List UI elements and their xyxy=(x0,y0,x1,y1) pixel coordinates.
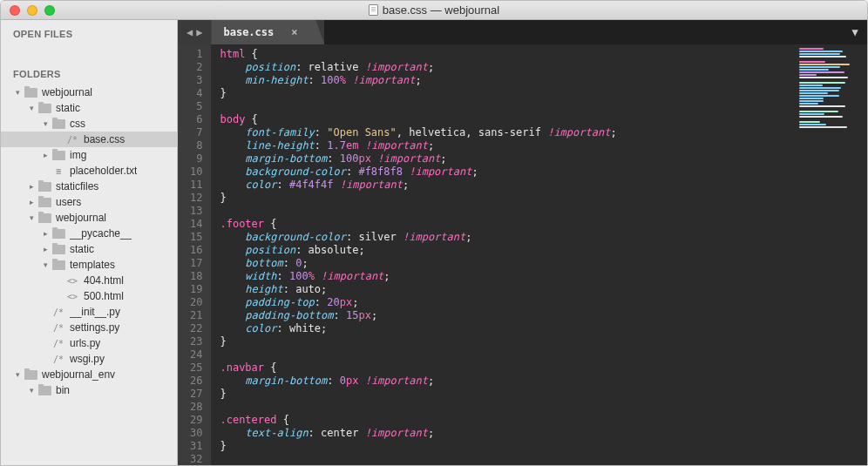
tree-item-users[interactable]: ▸users xyxy=(1,194,177,210)
code-line[interactable]: padding-top: 20px; xyxy=(220,296,796,309)
disclosure-triangle-icon[interactable]: ▸ xyxy=(41,245,50,253)
titlebar[interactable]: base.css — webjournal xyxy=(1,1,867,20)
line-number[interactable]: 25 xyxy=(190,361,202,375)
disclosure-triangle-icon[interactable]: ▾ xyxy=(27,104,36,112)
nav-back-button[interactable]: ◀ xyxy=(186,26,193,38)
code-line[interactable]: color: white; xyxy=(220,322,796,335)
code-line[interactable]: text-align: center !important; xyxy=(220,427,796,440)
disclosure-triangle-icon[interactable]: ▾ xyxy=(41,119,50,128)
line-number[interactable]: 17 xyxy=(190,257,202,270)
line-number[interactable]: 24 xyxy=(190,348,202,361)
disclosure-triangle-icon[interactable]: ▸ xyxy=(41,151,50,159)
tree-item-static[interactable]: ▾static xyxy=(1,100,177,116)
line-number[interactable]: 27 xyxy=(190,388,202,401)
tree-item-css[interactable]: ▾css xyxy=(1,116,177,132)
code-line[interactable]: position: absolute; xyxy=(220,244,796,257)
line-number[interactable]: 6 xyxy=(190,113,202,126)
line-number[interactable]: 13 xyxy=(190,205,202,218)
code-line[interactable]: .centered { xyxy=(220,414,796,427)
line-number[interactable]: 20 xyxy=(190,296,202,309)
disclosure-triangle-icon[interactable]: ▸ xyxy=(27,198,36,206)
line-number[interactable]: 28 xyxy=(190,401,202,414)
code-line[interactable]: width: 100% !important; xyxy=(220,270,796,283)
line-number[interactable]: 8 xyxy=(190,139,202,152)
sidebar[interactable]: OPEN FILES FOLDERS ▾webjournal▾static▾cs… xyxy=(1,20,178,465)
line-number[interactable]: 19 xyxy=(190,283,202,296)
disclosure-triangle-icon[interactable]: ▾ xyxy=(13,88,22,97)
code-line[interactable]: } xyxy=(220,192,796,205)
tree-item-500-html[interactable]: ▸<>500.html xyxy=(1,288,177,304)
code-line[interactable] xyxy=(220,401,796,414)
line-number[interactable]: 5 xyxy=(190,100,202,113)
code-line[interactable]: color: #4f4f4f !important; xyxy=(220,179,796,192)
line-number[interactable]: 29 xyxy=(190,414,202,427)
code-line[interactable]: } xyxy=(220,440,796,453)
line-number[interactable]: 12 xyxy=(190,192,202,205)
minimap[interactable] xyxy=(796,44,867,465)
code-line[interactable]: font-family: "Open Sans", helvetica, san… xyxy=(220,126,796,139)
tree-item-templates[interactable]: ▾templates xyxy=(1,257,177,273)
tree-item-img[interactable]: ▸img xyxy=(1,147,177,163)
tree-item--init-py[interactable]: ▸/*__init__.py xyxy=(1,304,177,320)
line-number[interactable]: 11 xyxy=(190,179,202,192)
line-gutter[interactable]: 1234567891011121314151617181920212223242… xyxy=(178,44,211,465)
line-number[interactable]: 1 xyxy=(190,48,202,61)
disclosure-triangle-icon[interactable]: ▾ xyxy=(41,260,50,269)
disclosure-triangle-icon[interactable]: ▸ xyxy=(27,182,36,191)
code-line[interactable]: min-height: 100% !important; xyxy=(220,74,796,87)
code-line[interactable]: } xyxy=(220,87,796,100)
code-line[interactable]: height: auto; xyxy=(220,283,796,296)
code-line[interactable]: } xyxy=(220,335,796,348)
code-line[interactable]: line-height: 1.7em !important; xyxy=(220,139,796,152)
code-line[interactable] xyxy=(220,205,796,218)
disclosure-triangle-icon[interactable]: ▾ xyxy=(27,213,36,222)
line-number[interactable]: 9 xyxy=(190,152,202,165)
line-number[interactable]: 18 xyxy=(190,270,202,283)
code-line[interactable]: padding-bottom: 15px; xyxy=(220,309,796,322)
tree-item-static[interactable]: ▸static xyxy=(1,241,177,257)
line-number[interactable]: 2 xyxy=(190,61,202,74)
disclosure-triangle-icon[interactable]: ▸ xyxy=(41,229,50,238)
code-line[interactable]: body { xyxy=(220,113,796,126)
code-line[interactable] xyxy=(220,348,796,361)
code-line[interactable]: html { xyxy=(220,48,796,61)
nav-forward-button[interactable]: ▶ xyxy=(196,26,202,38)
tree-item-staticfiles[interactable]: ▸staticfiles xyxy=(1,179,177,194)
tree-item-placeholder-txt[interactable]: ▸≣placeholder.txt xyxy=(1,163,177,179)
tree-item-webjournal[interactable]: ▾webjournal xyxy=(1,210,177,226)
line-number[interactable]: 4 xyxy=(190,87,202,100)
disclosure-triangle-icon[interactable]: ▾ xyxy=(13,370,22,379)
line-number[interactable]: 15 xyxy=(190,231,202,244)
line-number[interactable]: 7 xyxy=(190,126,202,139)
line-number[interactable]: 31 xyxy=(190,440,202,453)
code-line[interactable]: .navbar { xyxy=(220,361,796,375)
code-line[interactable] xyxy=(220,453,796,465)
line-number[interactable]: 22 xyxy=(190,322,202,335)
code-line[interactable]: position: relative !important; xyxy=(220,61,796,74)
tree-item-settings-py[interactable]: ▸/*settings.py xyxy=(1,320,177,335)
disclosure-triangle-icon[interactable]: ▾ xyxy=(27,386,36,395)
code-line[interactable]: background-color: #f8f8f8 !important; xyxy=(220,165,796,179)
code-content[interactable]: html { position: relative !important; mi… xyxy=(211,44,796,465)
code-line[interactable]: .footer { xyxy=(220,218,796,231)
tree-item--pycache-[interactable]: ▸__pycache__ xyxy=(1,226,177,241)
tree-item-404-html[interactable]: ▸<>404.html xyxy=(1,273,177,288)
code-line[interactable]: margin-bottom: 0px !important; xyxy=(220,375,796,388)
line-number[interactable]: 10 xyxy=(190,165,202,179)
tree-item-wsgi-py[interactable]: ▸/*wsgi.py xyxy=(1,351,177,367)
tab-close-button[interactable]: × xyxy=(291,26,297,38)
tree-item-bin[interactable]: ▾bin xyxy=(1,382,177,398)
code-line[interactable] xyxy=(220,100,796,113)
tree-item-base-css[interactable]: ▸/*base.css xyxy=(1,132,177,147)
line-number[interactable]: 30 xyxy=(190,427,202,440)
line-number[interactable]: 3 xyxy=(190,74,202,87)
tree-item-webjournal-env[interactable]: ▾webjournal_env xyxy=(1,367,177,382)
line-number[interactable]: 32 xyxy=(190,453,202,465)
line-number[interactable]: 26 xyxy=(190,375,202,388)
tab-base-css[interactable]: base.css × xyxy=(211,20,324,44)
line-number[interactable]: 21 xyxy=(190,309,202,322)
line-number[interactable]: 14 xyxy=(190,218,202,231)
code-line[interactable]: } xyxy=(220,388,796,401)
code-line[interactable]: bottom: 0; xyxy=(220,257,796,270)
tab-overflow-button[interactable]: ▼ xyxy=(843,20,867,44)
